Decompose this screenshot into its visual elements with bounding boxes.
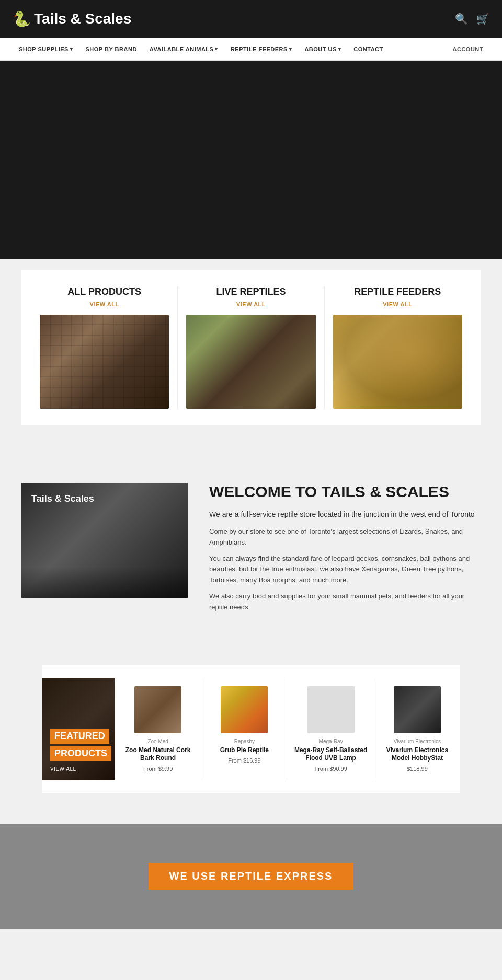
product-img-repashy[interactable]	[221, 686, 268, 733]
welcome-text: WELCOME TO TAILS & SCALES We are a full-…	[209, 483, 481, 618]
welcome-subtitle: We are a full-service reptile store loca…	[209, 509, 481, 520]
product-price-repashy: From $16.99	[228, 757, 260, 764]
category-title-reptiles: LIVE REPTILES	[216, 286, 286, 298]
reptile-express-section: WE USE REPTILE EXPRESS	[0, 824, 502, 929]
product-img-lamp[interactable]	[307, 686, 355, 733]
featured-section: FEATURED PRODUCTS VIEW ALL Zoo Med Zoo M…	[42, 665, 460, 793]
featured-viewall[interactable]: VIEW ALL	[50, 766, 111, 772]
product-grid: Zoo Med Zoo Med Natural Cork Bark Round …	[115, 678, 460, 780]
category-live-reptiles: LIVE REPTILES VIEW ALL	[178, 286, 324, 409]
featured-label-text: FEATURED PRODUCTS VIEW ALL	[50, 729, 111, 772]
nav-available-animals[interactable]: AVAILABLE ANIMALS ▾	[143, 38, 224, 61]
product-card-cork: Zoo Med Zoo Med Natural Cork Bark Round …	[115, 678, 201, 780]
welcome-title: WELCOME TO TAILS & SCALES	[209, 483, 481, 501]
product-card-hobbyst: Vivarium Electronics Vivarium Electronic…	[374, 678, 460, 780]
nav-reptile-feeders[interactable]: REPTILE FEEDERS ▾	[224, 38, 298, 61]
welcome-desc-2: You can always find the standard fare of…	[209, 554, 481, 586]
product-price-cork: From $9.99	[143, 766, 173, 772]
product-brand-hobbyst: Vivarium Electronics	[394, 739, 441, 744]
chevron-down-icon: ▾	[215, 47, 218, 52]
featured-title-1: FEATURED	[50, 729, 109, 744]
product-price-lamp: From $90.99	[314, 766, 347, 772]
featured-section-wrapper: FEATURED PRODUCTS VIEW ALL Zoo Med Zoo M…	[0, 665, 502, 803]
welcome-section: WELCOME TO TAILS & SCALES We are a full-…	[0, 457, 502, 644]
product-card-lamp: Mega-Ray Mega-Ray Self-Ballasted Flood U…	[288, 678, 374, 780]
product-name-repashy[interactable]: Grub Pie Reptile	[220, 746, 269, 755]
welcome-desc-3: We also carry food and supplies for your…	[209, 591, 481, 613]
featured-title-2: PRODUCTS	[50, 746, 111, 761]
category-img-reptiles[interactable]	[186, 315, 315, 409]
header-icons: 🔍 🛒	[455, 13, 489, 25]
product-brand-cork: Zoo Med	[147, 739, 168, 744]
welcome-store-image	[21, 483, 188, 598]
nav-about-us[interactable]: ABOUT US ▾	[298, 38, 347, 61]
category-all-products: ALL PRODUCTS VIEW ALL	[31, 286, 178, 409]
welcome-desc-1: Come by our store to see one of Toronto'…	[209, 526, 481, 548]
product-name-lamp[interactable]: Mega-Ray Self-Ballasted Flood UVB Lamp	[294, 746, 368, 763]
category-img-all[interactable]	[40, 315, 169, 409]
product-price-hobbyst: $118.99	[407, 766, 428, 772]
category-viewall-reptiles[interactable]: VIEW ALL	[236, 301, 266, 307]
product-img-hobbyst[interactable]	[394, 686, 441, 733]
reptile-express-button[interactable]: WE USE REPTILE EXPRESS	[149, 863, 354, 890]
chevron-down-icon: ▾	[289, 47, 292, 52]
product-card-repashy: Repashy Grub Pie Reptile From $16.99	[201, 678, 288, 780]
featured-label: FEATURED PRODUCTS VIEW ALL	[42, 678, 115, 780]
nav-shop-by-brand[interactable]: SHOP BY BRAND	[79, 38, 143, 61]
category-img-feeders[interactable]	[333, 315, 462, 409]
category-reptile-feeders: REPTILE FEEDERS VIEW ALL	[325, 286, 471, 409]
nav-contact[interactable]: CONTACT	[347, 38, 389, 61]
logo[interactable]: 🐍 Tails & Scales	[13, 10, 131, 28]
product-name-cork[interactable]: Zoo Med Natural Cork Bark Round	[121, 746, 195, 763]
category-title-feeders: REPTILE FEEDERS	[354, 286, 441, 298]
hero-banner	[0, 61, 502, 259]
header: 🐍 Tails & Scales 🔍 🛒	[0, 0, 502, 38]
main-nav: SHOP SUPPLIES ▾ SHOP BY BRAND AVAILABLE …	[0, 38, 502, 61]
category-viewall-all[interactable]: VIEW ALL	[90, 301, 119, 307]
category-viewall-feeders[interactable]: VIEW ALL	[383, 301, 412, 307]
logo-text: Tails & Scales	[34, 10, 131, 27]
product-brand-repashy: Repashy	[234, 739, 255, 744]
nav-account[interactable]: Account	[447, 38, 490, 61]
cart-icon[interactable]: 🛒	[476, 13, 489, 25]
search-icon[interactable]: 🔍	[455, 13, 468, 25]
product-brand-lamp: Mega-Ray	[319, 739, 343, 744]
product-name-hobbyst[interactable]: Vivarium Electronics Model HobbyStat	[381, 746, 454, 763]
product-img-cork[interactable]	[134, 686, 181, 733]
logo-icon: 🐍	[13, 10, 31, 28]
category-title-all: ALL PRODUCTS	[67, 286, 141, 298]
nav-shop-supplies[interactable]: SHOP SUPPLIES ▾	[13, 38, 79, 61]
chevron-down-icon: ▾	[70, 47, 73, 52]
categories-grid: ALL PRODUCTS VIEW ALL LIVE REPTILES VIEW…	[21, 270, 481, 425]
chevron-down-icon: ▾	[338, 47, 341, 52]
categories-section: ALL PRODUCTS VIEW ALL LIVE REPTILES VIEW…	[0, 259, 502, 436]
